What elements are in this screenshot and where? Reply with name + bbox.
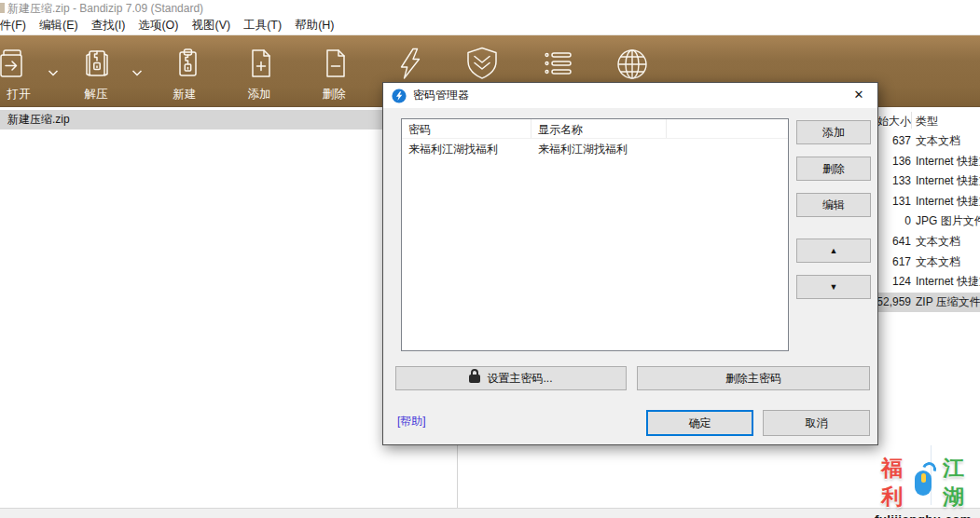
file-type: Internet 快捷方式 xyxy=(916,171,980,192)
delete-password-button[interactable]: 删除 xyxy=(796,157,871,181)
new-archive-icon[interactable] xyxy=(172,48,203,79)
ok-button[interactable]: 确定 xyxy=(646,410,753,436)
file-type: 文本文档 xyxy=(916,232,960,252)
status-bar xyxy=(0,508,980,518)
add-password-button[interactable]: 添加 xyxy=(796,120,871,144)
edit-password-button[interactable]: 编辑 xyxy=(796,193,871,217)
add-files-icon[interactable] xyxy=(245,48,277,79)
file-type: 文本文档 xyxy=(916,131,960,152)
lock-icon xyxy=(469,375,480,383)
close-icon[interactable]: ✕ xyxy=(844,85,874,105)
logo-text-right: 江湖 xyxy=(933,454,974,511)
password-table[interactable]: 密码 显示名称 来福利江湖找福利 来福利江湖找福利 xyxy=(401,118,789,351)
column-header-password[interactable]: 密码 xyxy=(402,119,531,138)
test-lightning-icon[interactable] xyxy=(394,48,426,79)
mouse-icon xyxy=(915,470,932,496)
file-type: 文本文档 xyxy=(916,252,960,273)
file-size: 617 xyxy=(892,252,911,273)
set-master-password-label: 设置主密码... xyxy=(487,371,552,387)
open-icon[interactable] xyxy=(0,48,29,79)
help-link[interactable]: [帮助] xyxy=(397,414,426,429)
bandizip-window: 新建压缩.zip - Bandizip 7.09 (Standard) 文件(F… xyxy=(0,0,980,518)
extract-label[interactable]: 解压 xyxy=(68,87,124,102)
file-type: JPG 图片文件 xyxy=(916,211,980,232)
logo-domain: fulijianghu.com xyxy=(872,512,974,518)
file-size: 52,959 xyxy=(876,293,911,313)
menu-edit[interactable]: 编辑(E) xyxy=(39,18,78,34)
menu-find[interactable]: 查找(I) xyxy=(91,18,126,34)
new-archive-label[interactable]: 新建 xyxy=(157,87,213,102)
password-table-row[interactable]: 来福利江湖找福利 来福利江湖找福利 xyxy=(402,139,788,157)
set-master-password-button[interactable]: 设置主密码... xyxy=(395,366,627,390)
open-label[interactable]: 打开 xyxy=(0,87,47,102)
delete-files-icon[interactable] xyxy=(320,48,352,79)
column-header-type[interactable]: 类型 xyxy=(916,114,938,130)
file-size: 133 xyxy=(892,171,911,192)
file-size: 124 xyxy=(892,272,911,293)
file-type: Internet 快捷方式 xyxy=(916,272,980,293)
extract-dropdown-chevron-icon[interactable] xyxy=(131,63,143,80)
password-manager-icon xyxy=(392,89,407,103)
menu-bar: 文件(F) 编辑(E) 查找(I) 选项(O) 视图(V) 工具(T) 帮助(H… xyxy=(0,16,335,34)
move-down-button[interactable]: ▼ xyxy=(796,275,871,299)
security-shield-icon[interactable] xyxy=(463,46,501,81)
column-header-empty xyxy=(667,119,788,138)
delete-files-label[interactable]: 删除 xyxy=(306,87,362,102)
file-type: Internet 快捷方式 xyxy=(916,152,980,172)
file-size: 641 xyxy=(892,232,911,252)
open-dropdown-chevron-icon[interactable] xyxy=(48,63,59,80)
file-size: 0 xyxy=(904,211,911,232)
site-logo: 福利 江湖 fulijianghu.com xyxy=(872,454,974,518)
move-up-button[interactable]: ▲ xyxy=(796,239,871,263)
remove-master-password-button[interactable]: 删除主密码 xyxy=(637,366,870,390)
globe-icon[interactable] xyxy=(614,46,651,83)
logo-text-left: 福利 xyxy=(872,454,913,511)
password-cell: 来福利江湖找福利 xyxy=(402,139,531,157)
file-type: Internet 快捷方式 xyxy=(916,192,980,212)
column-header-display-name[interactable]: 显示名称 xyxy=(531,119,667,138)
add-files-label[interactable]: 添加 xyxy=(231,87,287,102)
dialog-titlebar: 密码管理器 ✕ xyxy=(383,83,877,108)
window-titlebar: 新建压缩.zip - Bandizip 7.09 (Standard) xyxy=(0,0,980,16)
list-icon[interactable] xyxy=(541,48,574,79)
app-icon xyxy=(0,3,5,13)
menu-file[interactable]: 文件(F) xyxy=(0,18,26,34)
menu-view[interactable]: 视图(V) xyxy=(192,18,231,34)
extract-icon[interactable] xyxy=(81,48,113,79)
password-manager-dialog: 密码管理器 ✕ 密码 显示名称 来福利江湖找福利 来福利江湖找福利 添加 删除 … xyxy=(382,82,878,445)
column-header-separator xyxy=(911,112,912,129)
file-type: ZIP 压缩文件 xyxy=(916,293,980,313)
file-size: 136 xyxy=(892,152,911,172)
file-size: 637 xyxy=(892,131,911,152)
menu-options[interactable]: 选项(O) xyxy=(138,18,178,34)
menu-tools[interactable]: 工具(T) xyxy=(243,18,282,34)
file-size: 131 xyxy=(892,192,911,212)
cancel-button[interactable]: 取消 xyxy=(763,410,870,436)
menu-help[interactable]: 帮助(H) xyxy=(295,18,334,34)
window-title: 新建压缩.zip - Bandizip 7.09 (Standard) xyxy=(7,1,203,17)
display-name-cell: 来福利江湖找福利 xyxy=(531,139,667,157)
dialog-title: 密码管理器 xyxy=(413,88,469,103)
password-table-header: 密码 显示名称 xyxy=(402,119,788,139)
